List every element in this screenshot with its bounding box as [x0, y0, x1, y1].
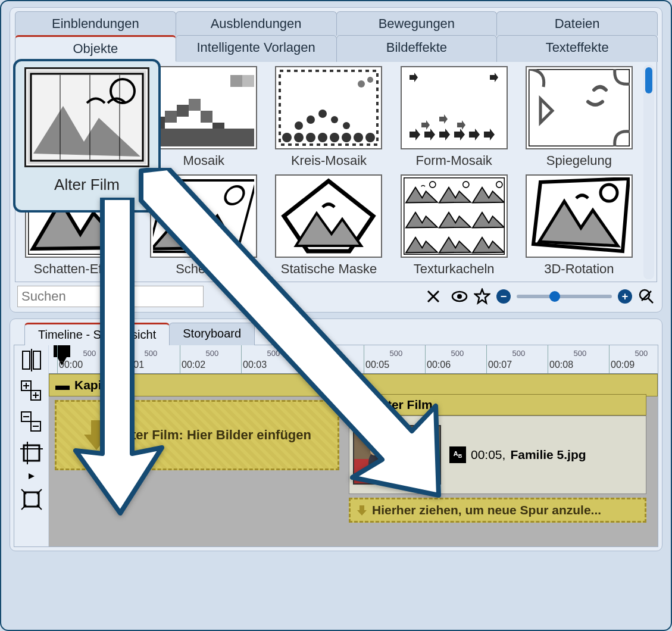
drop-zone-text: Alter Film: Hier Bilder einfügen	[118, 427, 311, 443]
playhead-icon[interactable]	[54, 345, 70, 357]
eye-icon[interactable]	[451, 288, 468, 305]
effect-thumb-statische-maske	[275, 174, 382, 258]
effect-thumb-3d-rotation	[526, 174, 633, 258]
tab-bewegungen[interactable]: Bewegungen	[336, 11, 498, 36]
ruler-tick: 00:06	[425, 345, 426, 373]
tab-einblendungen[interactable]: Einblendungen	[15, 11, 176, 36]
effect-label: Form-Mosaik	[416, 153, 492, 168]
svg-rect-10	[189, 99, 201, 111]
remove-tool-icon[interactable]	[19, 410, 44, 435]
effect-item-kreis-mosaik[interactable]: Kreis-Mosaik	[268, 65, 389, 171]
timeline-main: 00:0050000:0150000:0250000:0350000:04500…	[49, 345, 658, 546]
crop-tool-icon[interactable]	[19, 441, 44, 466]
effect-label: 3D-Rotation	[544, 261, 614, 277]
ruler-tick: 00:01	[118, 345, 119, 373]
ruler-subtick-label: 500	[635, 349, 648, 358]
svg-point-84	[410, 448, 417, 455]
zoom-slider-thumb[interactable]	[549, 291, 560, 302]
zoom-in-button[interactable]: +	[618, 289, 632, 304]
tab-intelligente-vorlagen[interactable]: Intelligente Vorlagen	[176, 35, 337, 62]
svg-point-28	[318, 110, 327, 118]
zoom-slider[interactable]	[517, 295, 612, 298]
ruler-subtick-label: 500	[574, 349, 587, 358]
tab-bildeffekte[interactable]: Bildeffekte	[336, 35, 498, 62]
clip-group[interactable]: ▬ Alter Film	[349, 394, 646, 523]
effect-thumb-kreis-mosaik	[275, 66, 382, 149]
effect-thumb-form-mosaik	[401, 66, 508, 149]
add-tool-icon[interactable]	[19, 379, 44, 404]
search-row: − +	[15, 283, 657, 307]
tab-storyboard[interactable]: Storyboard	[169, 323, 255, 345]
ruler-tick: 00:07	[486, 345, 487, 373]
tab-timeline[interactable]: Timeline - Spuransicht	[24, 323, 170, 345]
split-tool-icon[interactable]	[19, 348, 44, 373]
ruler-tick: 00:03	[241, 345, 242, 373]
svg-point-50	[457, 294, 462, 299]
ruler-tick: 00:04	[302, 345, 303, 373]
effect-thumb-mosaik	[150, 66, 257, 149]
effects-area: Alter Film x Mosaik	[15, 61, 657, 282]
tab-ausblendungen[interactable]: Ausblendungen	[176, 11, 337, 36]
effect-item-statische-maske[interactable]: Statische Maske	[268, 173, 389, 279]
upper-tabs-row1: Einblendungen Ausblendungen Bewegungen D…	[15, 11, 657, 36]
clip-header[interactable]: ▬ Alter Film	[349, 394, 646, 416]
effect-item-scherung[interactable]: Scherung	[143, 173, 264, 279]
svg-point-21	[318, 133, 327, 142]
play-small-icon[interactable]	[19, 471, 44, 481]
tab-dateien[interactable]: Dateien	[496, 11, 658, 36]
effect-thumb-scherung	[150, 174, 257, 258]
ruler-tick: 00:00	[57, 345, 58, 373]
svg-point-20	[306, 133, 315, 142]
clear-search-icon[interactable]	[425, 288, 442, 305]
effect-item-form-mosaik[interactable]: Form-Mosaik	[393, 65, 515, 171]
star-icon[interactable]	[474, 288, 490, 305]
effect-item-texturkacheln[interactable]: Texturkacheln	[393, 173, 515, 279]
svg-point-85	[421, 448, 428, 455]
ruler-subtick-label: 500	[451, 349, 464, 358]
timeline-ruler[interactable]: 00:0050000:0150000:0250000:0350000:04500…	[49, 345, 658, 374]
effect-item-3d-rotation[interactable]: 3D-Rotation	[518, 173, 640, 279]
svg-rect-72	[24, 492, 39, 507]
effects-scrollbar[interactable]	[643, 65, 654, 279]
svg-point-82	[370, 447, 379, 455]
clip-info: AB 00:05, Familie 5.jpg	[449, 446, 586, 463]
search-input[interactable]	[17, 286, 204, 307]
ruler-subtick-label: 500	[206, 349, 219, 358]
effect-item-spiegelung[interactable]: Spiegelung	[518, 65, 640, 171]
svg-rect-14	[153, 129, 254, 146]
svg-rect-68	[24, 445, 39, 461]
timeline-panel: Timeline - Spuransicht Storyboard	[10, 318, 662, 551]
zoom-out-button[interactable]: −	[496, 289, 511, 304]
effect-highlight[interactable]: Alter Film	[13, 59, 161, 213]
effect-label: Spiegelung	[546, 153, 612, 168]
scrollbar-thumb[interactable]	[645, 67, 652, 93]
clip-body[interactable]: AB 00:05, Familie 5.jpg	[349, 416, 646, 494]
clip-title: Alter Film	[375, 398, 433, 411]
svg-line-53	[648, 298, 653, 303]
svg-point-27	[307, 115, 315, 124]
svg-rect-56	[33, 351, 40, 369]
timeline-tracks[interactable]: ▬ Kapitel Alter Film: Hier Bilder einfüg…	[49, 374, 658, 546]
effect-label: Schatten-Effe...	[33, 261, 123, 277]
clip-time: 00:05,	[471, 448, 505, 462]
effects-panel: Einblendungen Ausblendungen Bewegungen D…	[10, 7, 662, 313]
zoom-reset-icon[interactable]	[638, 288, 655, 305]
svg-point-22	[330, 133, 339, 142]
ruler-subtick-label: 500	[329, 349, 342, 358]
svg-rect-11	[201, 111, 212, 123]
svg-rect-55	[23, 351, 30, 369]
ruler-subtick-label: 500	[512, 349, 526, 358]
drop-zone[interactable]: Alter Film: Hier Bilder einfügen	[55, 400, 339, 470]
ruler-subtick-label: 500	[390, 349, 403, 358]
small-arrow-down-icon	[357, 504, 367, 516]
svg-point-23	[342, 133, 351, 142]
effect-item-mosaik[interactable]: Mosaik	[143, 65, 264, 171]
chapter-header[interactable]: ▬ Kapitel	[49, 374, 658, 396]
tab-texteffekte[interactable]: Texteffekte	[496, 35, 658, 62]
tab-objekte[interactable]: Objekte	[15, 35, 176, 62]
new-track-hint[interactable]: Hierher ziehen, um neue Spur anzule...	[349, 498, 646, 523]
svg-rect-17	[278, 69, 379, 146]
ruler-tick: 00:08	[548, 345, 548, 373]
fit-tool-icon[interactable]	[19, 487, 44, 512]
svg-point-19	[294, 133, 304, 142]
